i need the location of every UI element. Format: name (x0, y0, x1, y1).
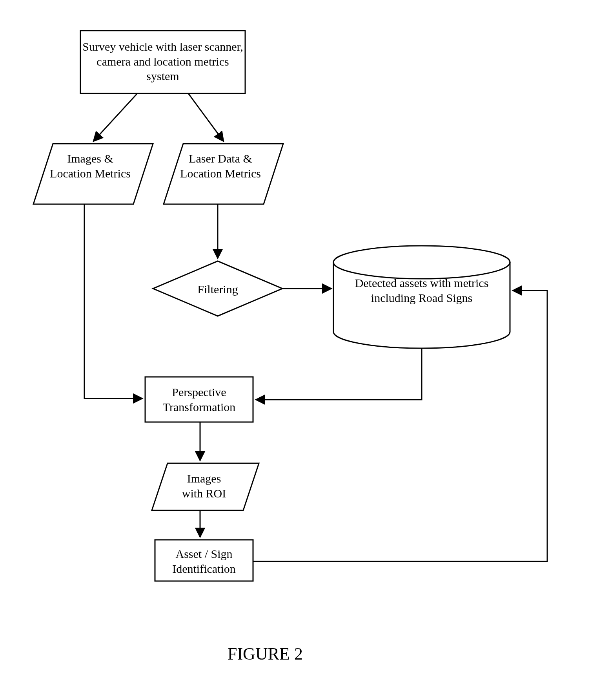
edge-images-to-perspective (84, 204, 142, 398)
perspective-label: Perspective Transformation (145, 385, 253, 414)
edge-survey-to-laser (188, 93, 224, 141)
database-label: Detected assets with metrics including R… (343, 276, 500, 305)
asset-id-label: Asset / Sign Identification (155, 546, 253, 576)
figure-caption: FIGURE 2 (228, 644, 303, 664)
edge-db-to-perspective (256, 348, 422, 400)
edge-assetid-to-db (253, 291, 547, 561)
images-roi-label: Images with ROI (161, 471, 247, 501)
edge-survey-to-images (93, 93, 137, 141)
survey-label: Survey vehicle with laser scanner, camer… (80, 39, 245, 84)
flowchart-svg (0, 0, 590, 700)
filtering-label: Filtering (178, 282, 257, 297)
images-loc-label: Images & Location Metrics (45, 151, 135, 181)
svg-point-0 (333, 246, 510, 279)
laser-loc-label: Laser Data & Location Metrics (175, 151, 266, 181)
flowchart-canvas: Survey vehicle with laser scanner, camer… (0, 0, 590, 700)
